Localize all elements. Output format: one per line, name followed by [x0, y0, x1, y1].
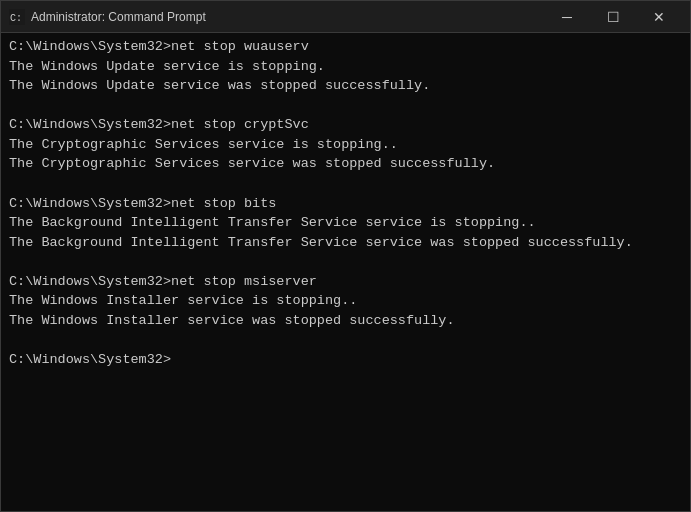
cmd-icon: C: [9, 9, 25, 25]
maximize-button[interactable]: ☐ [590, 1, 636, 33]
console-line [9, 96, 682, 116]
console-line: C:\Windows\System32>net stop bits [9, 194, 682, 214]
console-line [9, 252, 682, 272]
title-bar-left: C: Administrator: Command Prompt [9, 9, 206, 25]
title-bar-controls: ─ ☐ ✕ [544, 1, 682, 33]
console-line: C:\Windows\System32>net stop msiserver [9, 272, 682, 292]
console-line: The Cryptographic Services service is st… [9, 135, 682, 155]
svg-text:C:: C: [10, 13, 22, 24]
console-line: The Background Intelligent Transfer Serv… [9, 233, 682, 253]
close-button[interactable]: ✕ [636, 1, 682, 33]
cmd-window: C: Administrator: Command Prompt ─ ☐ ✕ C… [0, 0, 691, 512]
minimize-button[interactable]: ─ [544, 1, 590, 33]
console-line: C:\Windows\System32>net stop wuauserv [9, 37, 682, 57]
window-title: Administrator: Command Prompt [31, 10, 206, 24]
console-line [9, 330, 682, 350]
title-bar: C: Administrator: Command Prompt ─ ☐ ✕ [1, 1, 690, 33]
console-line: C:\Windows\System32> [9, 350, 682, 370]
console-line: The Background Intelligent Transfer Serv… [9, 213, 682, 233]
console-line: C:\Windows\System32>net stop cryptSvc [9, 115, 682, 135]
console-line: The Windows Update service was stopped s… [9, 76, 682, 96]
console-line: The Windows Update service is stopping. [9, 57, 682, 77]
console-line [9, 174, 682, 194]
console-line: The Cryptographic Services service was s… [9, 154, 682, 174]
console-line: The Windows Installer service was stoppe… [9, 311, 682, 331]
console-line: The Windows Installer service is stoppin… [9, 291, 682, 311]
console-body[interactable]: C:\Windows\System32>net stop wuauservThe… [1, 33, 690, 511]
